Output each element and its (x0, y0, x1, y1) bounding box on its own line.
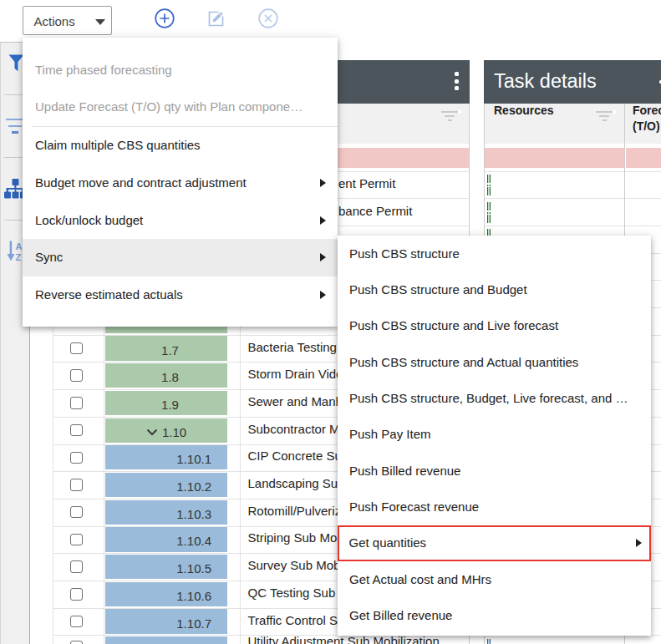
svg-text:Z: Z (16, 252, 22, 262)
svg-text:A: A (16, 241, 23, 251)
